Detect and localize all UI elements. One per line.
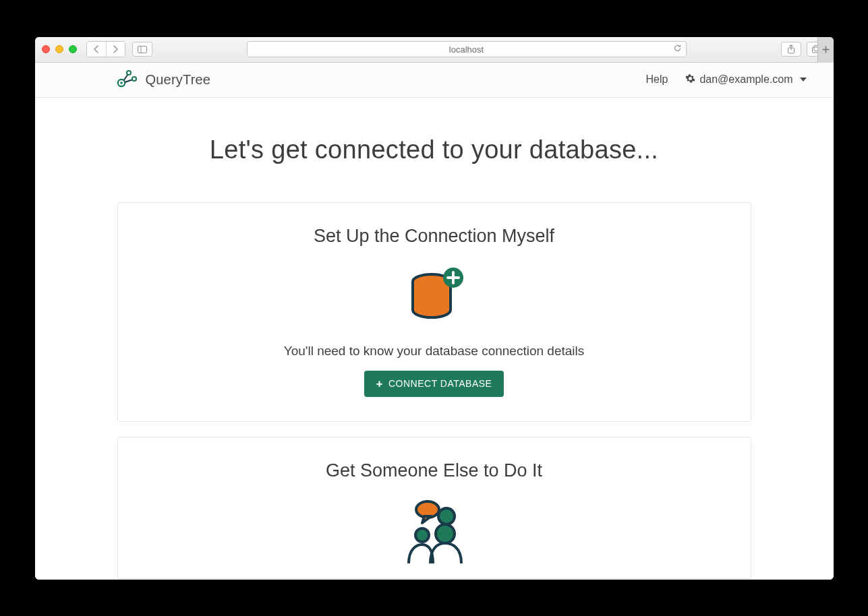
svg-point-10 xyxy=(132,76,136,80)
reload-icon[interactable] xyxy=(673,44,682,55)
svg-point-8 xyxy=(126,70,130,74)
user-menu[interactable]: dan@example.com xyxy=(685,73,806,86)
help-link[interactable]: Help xyxy=(646,73,668,86)
svg-point-15 xyxy=(415,528,429,542)
svg-point-16 xyxy=(436,524,455,543)
browser-toolbar: localhost xyxy=(35,37,834,63)
back-button[interactable] xyxy=(87,42,106,57)
sidebar-toggle-button[interactable] xyxy=(132,42,152,57)
card-connect-self: Set Up the Connection Myself You'll need xyxy=(117,202,751,422)
nav-buttons xyxy=(86,41,125,57)
svg-line-9 xyxy=(125,80,133,82)
address-text: localhost xyxy=(449,44,484,55)
svg-rect-0 xyxy=(138,46,146,53)
address-bar[interactable]: localhost xyxy=(247,41,687,57)
gear-icon xyxy=(685,73,695,86)
forward-button[interactable] xyxy=(106,42,125,57)
svg-point-6 xyxy=(120,82,123,84)
card-title: Get Someone Else to Do It xyxy=(138,460,730,481)
brand[interactable]: QueryTree xyxy=(116,68,211,92)
button-label: CONNECT DATABASE xyxy=(388,378,492,389)
brand-logo-icon xyxy=(116,68,140,92)
brand-name: QueryTree xyxy=(146,72,211,88)
share-button[interactable] xyxy=(781,42,801,57)
close-window-button[interactable] xyxy=(42,45,50,53)
plus-icon: + xyxy=(376,378,383,390)
page-content: Let's get connected to your database... … xyxy=(35,98,834,580)
chevron-down-icon xyxy=(800,78,807,82)
page-title: Let's get connected to your database... xyxy=(117,135,751,164)
user-email: dan@example.com xyxy=(699,73,792,86)
app-navbar: QueryTree Help dan@example.com xyxy=(35,63,834,98)
people-chat-icon xyxy=(138,496,730,563)
minimize-window-button[interactable] xyxy=(55,45,63,53)
card-delegate: Get Someone Else to Do It xyxy=(117,437,751,579)
database-add-icon xyxy=(138,261,730,329)
card-description: You'll need to know your database connec… xyxy=(138,344,730,359)
svg-point-14 xyxy=(438,508,455,524)
browser-window: localhost xyxy=(35,37,834,580)
maximize-window-button[interactable] xyxy=(69,45,77,53)
window-controls xyxy=(42,45,77,53)
card-title: Set Up the Connection Myself xyxy=(138,226,730,247)
connect-database-button[interactable]: + CONNECT DATABASE xyxy=(364,371,504,397)
new-tab-button[interactable] xyxy=(817,37,834,63)
